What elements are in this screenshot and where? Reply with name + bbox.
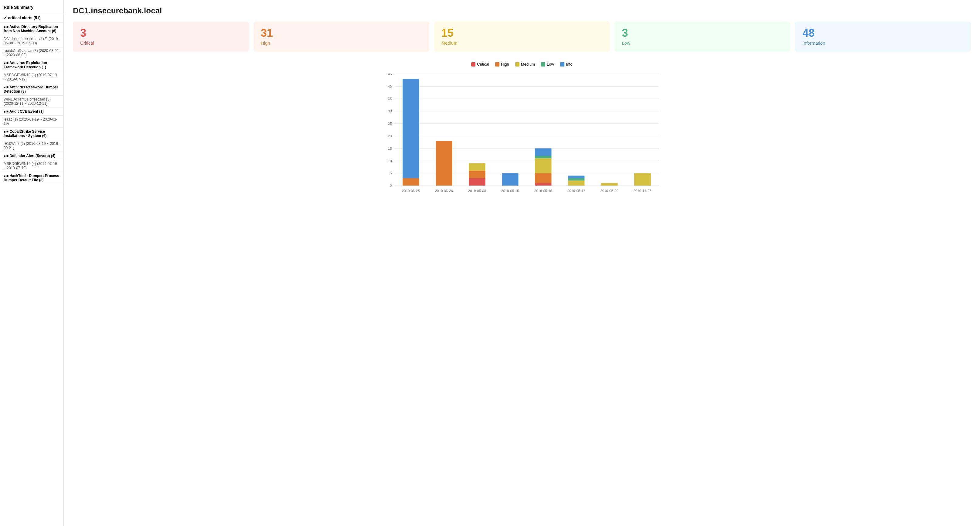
bar-segment[interactable]	[469, 178, 485, 186]
sidebar: Rule Summary ✓ critical alerts (51) ■ Ac…	[0, 0, 64, 526]
bar-segment[interactable]	[568, 181, 584, 186]
x-axis-label: 2019-03-26	[435, 189, 453, 193]
legend-item-medium: Medium	[515, 62, 535, 67]
legend-label-low: Low	[547, 62, 554, 67]
sidebar-item[interactable]: MSEDGEWIN10 (4) (2019-07-19 ~ 2019-07-19…	[0, 160, 64, 172]
legend-color-info	[560, 62, 565, 67]
sidebar-item[interactable]: Isaac (1) (2020-01-19 ~ 2020-01-19)	[0, 116, 64, 128]
stat-number: 48	[802, 28, 964, 38]
y-axis-label: 35	[388, 97, 392, 100]
stat-card-high: 31High	[253, 22, 429, 52]
stat-label: High	[261, 40, 422, 46]
y-axis-label: 10	[388, 159, 392, 163]
sidebar-rule-header[interactable]: ■ HackTool - Dumpert Process Dumper Defa…	[0, 172, 64, 184]
bar-segment[interactable]	[535, 158, 551, 173]
stat-label: Low	[622, 40, 783, 46]
bar-segment[interactable]	[535, 183, 551, 186]
y-axis-label: 40	[388, 85, 392, 88]
sidebar-group-header[interactable]: ✓ critical alerts (51)	[0, 13, 64, 23]
chart-legend: CriticalHighMediumLowInfo	[73, 62, 971, 67]
legend-label-info: Info	[566, 62, 573, 67]
legend-label-critical: Critical	[477, 62, 489, 67]
bar-segment[interactable]	[469, 163, 485, 171]
legend-color-critical	[471, 62, 476, 67]
y-axis-label: 45	[388, 72, 392, 76]
bar-segment[interactable]	[502, 173, 518, 186]
x-axis-label: 2019-05-16	[535, 189, 552, 193]
sidebar-rule-header[interactable]: ■ Antivirus Exploitation Framework Detec…	[0, 59, 64, 72]
sidebar-item[interactable]: DC1.insecurebank.local (3) (2019-05-08 ~…	[0, 35, 64, 47]
sidebar-rule-header[interactable]: ■ Active Directory Replication from Non …	[0, 23, 64, 35]
bar-segment[interactable]	[469, 171, 485, 178]
bar-segment[interactable]	[402, 79, 419, 178]
bar-segment[interactable]	[634, 173, 651, 186]
legend-item-high: High	[495, 62, 509, 67]
bar-segment[interactable]	[568, 178, 584, 181]
sidebar-rule-header[interactable]: ■ Audit CVE Event (1)	[0, 107, 64, 116]
sidebar-rule-header[interactable]: ■ Defender Alert (Severe) (4)	[0, 152, 64, 160]
bar-segment[interactable]	[535, 148, 551, 156]
stat-card-low: 3Low	[614, 22, 790, 52]
bar-segment[interactable]	[402, 178, 419, 186]
x-axis-label: 2019-03-25	[402, 189, 420, 193]
stat-label: Information	[802, 40, 964, 46]
y-axis-label: 5	[390, 171, 391, 175]
sidebar-item[interactable]: MSEDGEWIN10 (1) (2019-07-19 ~ 2019-07-19…	[0, 72, 64, 83]
stat-label: Critical	[80, 40, 241, 46]
sidebar-item[interactable]: WIN10-client01.offsec.lan (3) (2020-12-1…	[0, 96, 64, 107]
sidebar-item[interactable]: rootdc1.offsec.lan (3) (2020-08-02 ~ 202…	[0, 47, 64, 59]
stat-label: Medium	[441, 40, 603, 46]
page-title: DC1.insecurebank.local	[73, 6, 971, 16]
stat-number: 3	[80, 28, 241, 38]
legend-item-critical: Critical	[471, 62, 489, 67]
legend-color-low	[541, 62, 545, 67]
sidebar-rule-header[interactable]: ■ Antivirus Password Dumper Detection (3…	[0, 83, 64, 96]
sidebar-title: Rule Summary	[0, 3, 64, 13]
legend-color-high	[495, 62, 500, 67]
y-axis-label: 25	[388, 122, 392, 126]
legend-label-medium: Medium	[521, 62, 535, 67]
bar-segment[interactable]	[535, 173, 551, 183]
legend-label-high: High	[501, 62, 509, 67]
stat-cards: 3Critical31High15Medium3Low48Information	[73, 22, 971, 52]
chart-container: CriticalHighMediumLowInfo 05101520253035…	[73, 59, 971, 202]
stat-card-information: 48Information	[795, 22, 971, 52]
y-axis-label: 20	[388, 134, 392, 138]
x-axis-label: 2019-05-15	[501, 189, 519, 193]
bar-segment[interactable]	[436, 141, 452, 186]
bar-segment[interactable]	[535, 156, 551, 158]
sidebar-rules: ■ Active Directory Replication from Non …	[0, 23, 64, 184]
legend-item-info: Info	[560, 62, 573, 67]
y-axis-label: 0	[390, 184, 391, 187]
stat-number: 31	[261, 28, 422, 38]
bar-chart: 0510152025303540452019-03-252019-03-2620…	[73, 71, 971, 198]
main-content: DC1.insecurebank.local 3Critical31High15…	[64, 0, 980, 526]
x-axis-label: 2019-05-17	[567, 189, 585, 193]
x-axis-label: 2019-05-20	[600, 189, 619, 193]
legend-color-medium	[515, 62, 519, 67]
bar-segment[interactable]	[601, 183, 617, 186]
bar-segment[interactable]	[568, 175, 584, 178]
stat-number: 15	[441, 28, 603, 38]
sidebar-rule-header[interactable]: ■ CobaltStrike Service Installations - S…	[0, 128, 64, 140]
y-axis-label: 15	[388, 147, 392, 150]
legend-item-low: Low	[541, 62, 554, 67]
stat-number: 3	[622, 28, 783, 38]
sidebar-item[interactable]: IE10Win7 (6) (2016-08-19 ~ 2016-09-21)	[0, 140, 64, 152]
stat-card-medium: 15Medium	[434, 22, 610, 52]
stat-card-critical: 3Critical	[73, 22, 249, 52]
x-axis-label: 2019-05-08	[468, 189, 486, 193]
x-axis-label: 2019-11-27	[633, 189, 652, 193]
y-axis-label: 30	[388, 109, 392, 113]
